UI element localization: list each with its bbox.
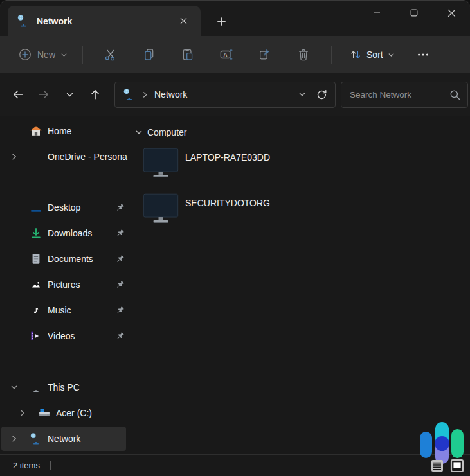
chevron-right-icon[interactable] bbox=[19, 409, 29, 417]
sidebar-item-videos[interactable]: Videos bbox=[1, 324, 126, 348]
details-view-button[interactable] bbox=[429, 457, 446, 474]
rename-icon bbox=[219, 48, 233, 62]
copy-button[interactable] bbox=[135, 42, 163, 67]
cut-button[interactable] bbox=[96, 42, 125, 67]
pin-icon bbox=[115, 203, 125, 213]
maximize-icon bbox=[410, 9, 418, 17]
close-button[interactable] bbox=[433, 0, 470, 26]
tab-network[interactable]: Network bbox=[8, 6, 201, 36]
breadcrumb-chevron-icon bbox=[141, 91, 149, 98]
tab-close-button[interactable] bbox=[175, 13, 192, 30]
new-button-label: New bbox=[37, 49, 55, 60]
close-icon bbox=[180, 17, 187, 24]
up-button[interactable] bbox=[82, 83, 108, 106]
copy-icon bbox=[142, 48, 156, 62]
download-icon bbox=[30, 227, 42, 240]
forward-button[interactable] bbox=[31, 83, 57, 106]
this-pc-icon bbox=[30, 381, 42, 394]
pictures-icon bbox=[30, 278, 42, 291]
refresh-button[interactable] bbox=[311, 84, 332, 105]
minimize-icon bbox=[373, 9, 381, 17]
toolbar-divider bbox=[331, 46, 332, 64]
delete-button[interactable] bbox=[289, 42, 318, 67]
share-button[interactable] bbox=[251, 42, 279, 67]
back-button[interactable] bbox=[5, 83, 31, 106]
large-icons-view-icon bbox=[449, 458, 465, 473]
sidebar-item-home[interactable]: Home bbox=[1, 119, 126, 143]
plus-circle-icon bbox=[18, 48, 32, 62]
paste-icon bbox=[181, 48, 195, 62]
search-box bbox=[341, 82, 468, 108]
sidebar-item-label: Documents bbox=[48, 254, 93, 264]
sidebar-item-label: This PC bbox=[48, 382, 80, 392]
address-row: Network bbox=[0, 73, 470, 116]
document-icon bbox=[30, 252, 42, 265]
computer-name: SECURITYDOTORG bbox=[185, 198, 270, 229]
sidebar-item-onedrive[interactable]: OneDrive - Persona bbox=[1, 145, 126, 169]
sidebar-item-label: Videos bbox=[48, 331, 75, 341]
file-list: Computer LAPTOP-RA7E03DD SECURITYDOTORG bbox=[129, 116, 470, 454]
rename-button[interactable] bbox=[212, 42, 240, 67]
chevron-right-icon[interactable] bbox=[10, 153, 21, 161]
computer-item-laptop[interactable]: LAPTOP-RA7E03DD bbox=[143, 146, 413, 184]
items-count: 2 items bbox=[13, 461, 40, 470]
sidebar-item-pictures[interactable]: Pictures bbox=[1, 272, 126, 297]
status-bar: 2 items bbox=[0, 454, 470, 476]
onedrive-cloud-icon bbox=[30, 150, 42, 163]
view-toggle-group bbox=[429, 457, 465, 474]
search-input[interactable] bbox=[350, 90, 449, 100]
pin-icon bbox=[115, 254, 125, 264]
arrow-right-icon bbox=[37, 88, 50, 101]
sort-icon bbox=[349, 48, 362, 61]
drive-icon bbox=[38, 407, 51, 419]
computer-monitor-icon bbox=[143, 146, 179, 179]
paste-button[interactable] bbox=[174, 42, 202, 67]
chevron-right-icon[interactable] bbox=[10, 435, 21, 443]
videos-icon bbox=[30, 330, 42, 342]
pin-icon bbox=[115, 331, 125, 341]
music-icon bbox=[30, 304, 42, 317]
close-icon bbox=[447, 9, 456, 17]
sidebar-item-desktop[interactable]: Desktop bbox=[1, 195, 126, 220]
pin-icon bbox=[115, 306, 125, 315]
details-view-icon bbox=[429, 458, 445, 473]
share-icon bbox=[258, 48, 272, 62]
address-bar[interactable]: Network bbox=[114, 82, 336, 108]
sidebar-item-label: Downloads bbox=[48, 228, 92, 238]
network-icon bbox=[123, 88, 136, 101]
large-icons-view-button[interactable] bbox=[449, 457, 465, 474]
address-dropdown-button[interactable] bbox=[294, 91, 311, 98]
new-button[interactable]: New bbox=[12, 42, 74, 67]
sidebar-item-downloads[interactable]: Downloads bbox=[1, 221, 126, 245]
search-icon[interactable] bbox=[449, 89, 461, 101]
sidebar-item-this-pc[interactable]: This PC bbox=[1, 375, 126, 400]
chevron-down-icon[interactable] bbox=[10, 383, 21, 391]
sidebar-item-label: Music bbox=[48, 305, 71, 315]
sidebar-divider bbox=[8, 186, 126, 186]
group-label: Computer bbox=[147, 127, 186, 137]
maximize-button[interactable] bbox=[395, 0, 433, 26]
recent-locations-button[interactable] bbox=[57, 83, 82, 106]
refresh-icon bbox=[316, 89, 328, 101]
sidebar-item-music[interactable]: Music bbox=[1, 298, 126, 322]
sidebar-item-network[interactable]: Network bbox=[1, 427, 126, 451]
sidebar-item-label: Pictures bbox=[48, 279, 80, 290]
see-more-button[interactable] bbox=[409, 42, 437, 67]
new-tab-button[interactable] bbox=[212, 13, 230, 30]
sidebar-item-label: Desktop bbox=[48, 202, 80, 213]
computer-monitor-icon bbox=[143, 192, 179, 225]
computer-item-securitydotorg[interactable]: SECURITYDOTORG bbox=[143, 192, 413, 229]
toolbar-divider bbox=[82, 46, 83, 64]
minimize-button[interactable] bbox=[358, 0, 395, 26]
file-explorer-window: Network New bbox=[0, 0, 470, 476]
sidebar-item-label: Network bbox=[48, 434, 80, 444]
computer-group-header[interactable]: Computer bbox=[135, 127, 186, 137]
sidebar-item-acer-c[interactable]: Acer (C:) bbox=[1, 401, 126, 425]
sort-button[interactable]: Sort bbox=[343, 42, 401, 67]
chevron-down-icon bbox=[66, 91, 74, 99]
desktop-icon bbox=[30, 201, 42, 214]
plus-icon bbox=[217, 17, 226, 26]
sidebar-item-label: Home bbox=[48, 126, 71, 136]
breadcrumb-network[interactable]: Network bbox=[154, 89, 187, 100]
sidebar-item-documents[interactable]: Documents bbox=[1, 247, 126, 271]
